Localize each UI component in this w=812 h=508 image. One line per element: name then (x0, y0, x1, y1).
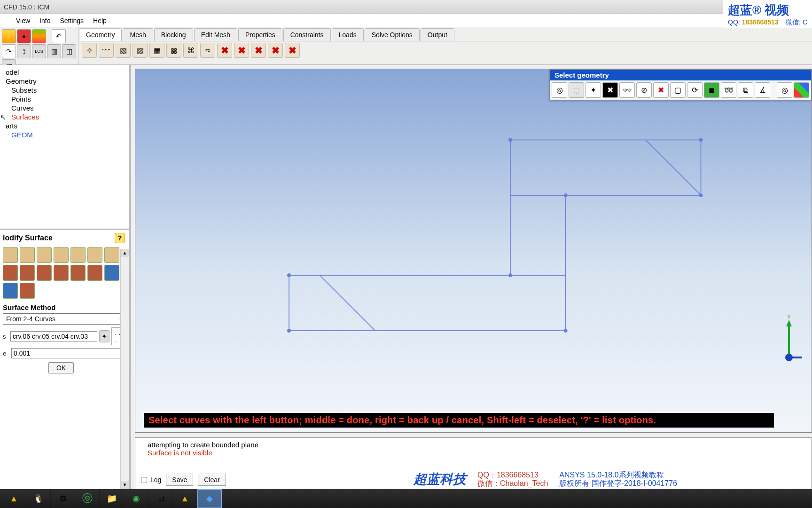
undo-icon[interactable]: ↶ (52, 29, 66, 43)
taskbar-sys-icon[interactable]: ⚙ (51, 489, 75, 508)
tab-mesh[interactable]: Mesh (123, 28, 153, 41)
tree-parts[interactable]: arts (2, 121, 127, 130)
tolerance-input[interactable] (11, 348, 126, 358)
delete-point-icon[interactable]: ✖ (217, 43, 232, 58)
geom-curve-icon[interactable]: 〰 (99, 43, 114, 58)
watermark-top-title: 超蓝® 视频 (728, 2, 807, 18)
tab-editmesh[interactable]: Edit Mesh (194, 28, 237, 41)
tab-output[interactable]: Output (421, 28, 454, 41)
geom-surf2-icon[interactable]: ▨ (133, 43, 148, 58)
thumb-5[interactable] (70, 247, 86, 263)
box1-icon[interactable]: ◫ (62, 44, 76, 58)
geom-transform-icon[interactable]: zz (200, 43, 215, 58)
thumb-8[interactable] (3, 265, 18, 281)
thumb-11[interactable] (54, 265, 69, 281)
bolt-icon[interactable]: ⚡ (2, 29, 16, 43)
graphics-canvas[interactable]: Select geometry ◎ ◌ ✦ ✖ 👓 ⊘ ✖ ▢ ⟳ ◼ ➿ ⧉ … (135, 69, 812, 433)
thumb-16[interactable] (20, 283, 35, 299)
instruction-bar: Select curves with the left button; midd… (144, 413, 774, 428)
help-icon[interactable]: ? (115, 233, 125, 243)
delete-curve-icon[interactable]: ✖ (234, 43, 249, 58)
delete-surf-icon[interactable]: ✖ (251, 43, 266, 58)
wmb-copy: 版权所有 国作登字-2018-I-0041776 (559, 479, 677, 488)
menu-info[interactable]: Info (35, 15, 55, 26)
tab-properties[interactable]: Properties (238, 28, 282, 41)
ribbon-tabs: Geometry Mesh Blocking Edit Mesh Propert… (79, 27, 812, 41)
menu-view[interactable]: View (11, 15, 35, 26)
geom-body-icon[interactable]: ▦ (149, 43, 164, 58)
delete-body-icon[interactable]: ✖ (268, 43, 283, 58)
tab-blocking[interactable]: Blocking (154, 28, 193, 41)
panel-scrollbar[interactable]: ▲ ▼ (120, 249, 129, 489)
taskbar-vm-icon[interactable]: 🖥 (148, 489, 173, 508)
wmb-prod: ANSYS 15.0-18.0系列视频教程 (559, 471, 677, 479)
menu-settings[interactable]: Settings (55, 15, 88, 26)
geom-faceted-icon[interactable]: ▩ (166, 43, 181, 58)
curves-input[interactable] (10, 331, 97, 341)
scroll-down-icon[interactable]: ▼ (121, 481, 129, 489)
taskbar-qq-icon[interactable]: 🐧 (26, 489, 51, 508)
lcs-icon[interactable]: LCS (32, 44, 46, 58)
taskbar-explorer-icon[interactable]: 📁 (100, 489, 124, 508)
geom-surf1-icon[interactable]: ▧ (116, 43, 131, 58)
log-clear-button[interactable]: Clear (198, 474, 226, 486)
wmb-qq-l: QQ： (477, 471, 497, 479)
log-line-1: attempting to create bounded plane (148, 441, 799, 449)
thumb-13[interactable] (87, 265, 102, 281)
tab-geometry[interactable]: Geometry (79, 28, 122, 41)
svg-rect-0 (289, 275, 566, 331)
surface-method-select[interactable]: From 2-4 Curves (3, 313, 126, 325)
watermark-top: 超蓝® 视频 QQ: 1836668513 微信: C (723, 0, 812, 28)
thumb-12[interactable] (70, 265, 86, 281)
log-checkbox[interactable]: Log (139, 476, 161, 484)
pick-curves-icon[interactable]: ✦ (99, 330, 109, 342)
tree-geom-part[interactable]: GEOM (2, 130, 127, 139)
log-check-input[interactable] (141, 477, 147, 483)
thumb-4[interactable] (54, 247, 69, 263)
thumb-15[interactable] (3, 283, 18, 299)
tool-a-icon[interactable]: ⟟ (17, 44, 31, 58)
model-tree[interactable]: odel Geometry Subsets Points Curves Surf… (0, 65, 129, 230)
wmb-wx-v: Chaolan_Tech (500, 479, 548, 487)
thumb-1[interactable] (3, 247, 18, 263)
tree-subsets[interactable]: Subsets (2, 86, 127, 95)
geom-repair-icon[interactable]: ⌘ (183, 43, 198, 58)
thumb-10[interactable] (37, 265, 52, 281)
scroll-up-icon[interactable]: ▲ (121, 249, 129, 257)
taskbar-disc-icon[interactable]: ◉ (124, 489, 148, 508)
menu-bar: View Info Settings Help (0, 14, 812, 27)
tree-points[interactable]: Points (2, 95, 127, 103)
ok-button[interactable]: OK (48, 362, 74, 373)
geom-point-icon[interactable]: ✧ (82, 43, 97, 58)
svg-point-12 (699, 138, 703, 142)
delete-any-icon[interactable]: ✖ (285, 43, 300, 58)
tree-root[interactable]: odel (2, 68, 127, 77)
viewport: Select geometry ◎ ◌ ✦ ✖ 👓 ⊘ ✖ ▢ ⟳ ◼ ➿ ⧉ … (130, 65, 812, 489)
menu-help[interactable]: Help (88, 15, 111, 26)
tab-constraints[interactable]: Constraints (283, 28, 331, 41)
thumb-14[interactable] (104, 265, 119, 281)
thumb-6[interactable] (87, 247, 102, 263)
log-line-2-error: Surface is not visible (148, 449, 799, 457)
taskbar-app-icon[interactable]: ◆ (197, 489, 222, 508)
thumb-3[interactable] (37, 247, 52, 263)
log-save-button[interactable]: Save (166, 474, 193, 486)
tab-solveoptions[interactable]: Solve Options (365, 28, 420, 41)
thumb-2[interactable] (20, 247, 35, 263)
svg-point-13 (699, 193, 703, 197)
tree-geometry[interactable]: Geometry (2, 77, 127, 86)
thumb-7[interactable] (104, 247, 119, 263)
taskbar-ansys2-icon[interactable]: ▲ (173, 489, 197, 508)
red-sphere-icon[interactable]: ● (17, 29, 31, 43)
watermark-bottom: 超蓝科技 QQ：1836668513 微信：Chaolan_Tech ANSYS… (414, 469, 812, 489)
tab-loads[interactable]: Loads (332, 28, 364, 41)
rainbow-icon[interactable] (32, 29, 46, 43)
taskbar-ansys-icon[interactable]: ▲ (2, 489, 26, 508)
thumb-9[interactable] (20, 265, 35, 281)
tree-curves[interactable]: Curves (2, 103, 127, 112)
redo-icon[interactable]: ↷ (2, 44, 16, 58)
taskbar-browser-icon[interactable]: ⓔ (75, 489, 100, 508)
tree-surfaces[interactable]: Surfaces (2, 112, 127, 121)
tool-b-icon[interactable]: ▥ (47, 44, 61, 58)
menu-file[interactable] (2, 19, 11, 23)
